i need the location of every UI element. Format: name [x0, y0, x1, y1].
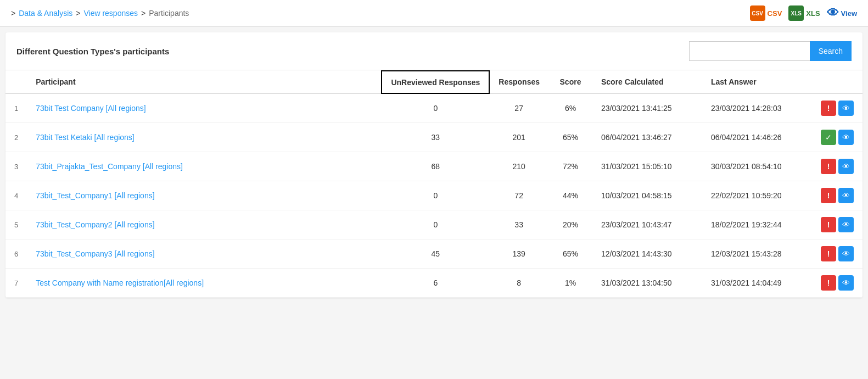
breadcrumb-separator-3: > [141, 9, 145, 18]
main-content: Different Question Types's participants … [5, 32, 863, 298]
view-button[interactable]: 👁 View [827, 6, 857, 20]
responses-count: 8 [489, 269, 548, 298]
row-number: 2 [5, 123, 27, 152]
responses-count: 139 [489, 239, 548, 269]
row-number: 7 [5, 269, 27, 298]
alert-button[interactable]: ! [821, 188, 836, 203]
score-calculated-date: 06/04/2021 13:46:27 [592, 123, 702, 152]
row-actions: !👁 [812, 152, 863, 181]
search-button[interactable]: Search [810, 41, 852, 61]
alert-button[interactable]: ! [821, 101, 836, 116]
unreviewed-responses: 0 [382, 181, 489, 210]
row-actions: !👁 [812, 93, 863, 123]
participants-table: Participant UnReviewed Responses Respons… [5, 70, 863, 298]
participant-name[interactable]: 73bit Test Ketaki [All regions] [27, 123, 382, 152]
row-actions: !👁 [812, 269, 863, 298]
row-number: 4 [5, 181, 27, 210]
row-actions: !👁 [812, 210, 863, 239]
table-row: 273bit Test Ketaki [All regions]3320165%… [5, 123, 863, 152]
view-response-button[interactable]: 👁 [838, 101, 854, 116]
content-header: Different Question Types's participants … [5, 32, 863, 70]
table-row: 7Test Company with Name registration[All… [5, 269, 863, 298]
score-calculated-date: 10/03/2021 04:58:15 [592, 181, 702, 210]
breadcrumb-view-responses[interactable]: View responses [83, 9, 138, 18]
participant-name[interactable]: Test Company with Name registration[All … [27, 269, 382, 298]
participant-name[interactable]: 73bit_Prajakta_Test_Company [All regions… [27, 152, 382, 181]
row-actions: ✓👁 [812, 123, 863, 152]
alert-button[interactable]: ! [821, 246, 836, 261]
unreviewed-responses: 0 [382, 93, 489, 123]
xls-label: XLS [806, 9, 820, 18]
responses-count: 27 [489, 93, 548, 123]
score-value: 1% [548, 269, 592, 298]
search-area: Search [689, 41, 852, 61]
alert-button[interactable]: ! [821, 159, 836, 174]
table-row: 473bit_Test_Company1 [All regions]07244%… [5, 181, 863, 210]
score-calculated-date: 12/03/2021 14:43:30 [592, 239, 702, 269]
view-response-button[interactable]: 👁 [838, 246, 854, 261]
row-number: 3 [5, 152, 27, 181]
view-response-button[interactable]: 👁 [838, 217, 854, 232]
csv-download-button[interactable]: CSV CSV [750, 5, 782, 21]
xls-download-button[interactable]: XLS XLS [788, 5, 820, 21]
breadcrumb-area: > Data & Analysis > View responses > Par… [11, 9, 189, 18]
row-actions: !👁 [812, 181, 863, 210]
check-button[interactable]: ✓ [821, 130, 836, 145]
score-value: 65% [548, 239, 592, 269]
score-calculated-date: 23/03/2021 10:43:47 [592, 210, 702, 239]
participant-name[interactable]: 73bit Test Company [All regions] [27, 93, 382, 123]
participant-name[interactable]: 73bit_Test_Company3 [All regions] [27, 239, 382, 269]
last-answer-date: 22/02/2021 10:59:20 [702, 181, 812, 210]
responses-count: 33 [489, 210, 548, 239]
table-header-row: Participant UnReviewed Responses Respons… [5, 71, 863, 93]
table-row: 573bit_Test_Company2 [All regions]03320%… [5, 210, 863, 239]
score-value: 72% [548, 152, 592, 181]
page-title: Different Question Types's participants [16, 47, 169, 56]
score-value: 44% [548, 181, 592, 210]
row-actions: !👁 [812, 239, 863, 269]
col-header-unreviewed: UnReviewed Responses [382, 71, 489, 93]
view-response-button[interactable]: 👁 [838, 159, 854, 174]
score-value: 65% [548, 123, 592, 152]
breadcrumb: > Data & Analysis > View responses > Par… [11, 9, 189, 18]
last-answer-date: 12/03/2021 15:43:28 [702, 239, 812, 269]
row-number: 1 [5, 93, 27, 123]
col-header-actions [812, 71, 863, 93]
last-answer-date: 30/03/2021 08:54:10 [702, 152, 812, 181]
col-header-last-answer: Last Answer [702, 71, 812, 93]
responses-count: 210 [489, 152, 548, 181]
breadcrumb-data-analysis[interactable]: Data & Analysis [19, 9, 72, 18]
table-row: 373bit_Prajakta_Test_Company [All region… [5, 152, 863, 181]
unreviewed-responses: 33 [382, 123, 489, 152]
view-response-button[interactable]: 👁 [838, 275, 854, 291]
col-header-score: Score [548, 71, 592, 93]
view-response-button[interactable]: 👁 [838, 188, 854, 203]
view-response-button[interactable]: 👁 [838, 130, 854, 145]
table-row: 173bit Test Company [All regions]0276%23… [5, 93, 863, 123]
col-header-num [5, 71, 27, 93]
responses-count: 72 [489, 181, 548, 210]
row-number: 5 [5, 210, 27, 239]
top-bar: > Data & Analysis > View responses > Par… [0, 0, 868, 27]
view-label: View [841, 9, 857, 18]
participant-name[interactable]: 73bit_Test_Company1 [All regions] [27, 181, 382, 210]
breadcrumb-separator-1: > [11, 9, 15, 18]
alert-button[interactable]: ! [821, 217, 836, 232]
csv-icon: CSV [750, 5, 765, 21]
top-actions: CSV CSV XLS XLS 👁 View [750, 5, 857, 21]
alert-button[interactable]: ! [821, 275, 836, 291]
participant-name[interactable]: 73bit_Test_Company2 [All regions] [27, 210, 382, 239]
search-input[interactable] [689, 41, 810, 61]
unreviewed-responses: 45 [382, 239, 489, 269]
breadcrumb-current: Participants [149, 9, 189, 18]
col-header-responses: Responses [489, 71, 548, 93]
score-calculated-date: 31/03/2021 13:04:50 [592, 269, 702, 298]
unreviewed-responses: 6 [382, 269, 489, 298]
unreviewed-responses: 0 [382, 210, 489, 239]
xls-icon: XLS [788, 5, 804, 21]
csv-label: CSV [768, 9, 782, 18]
last-answer-date: 18/02/2021 19:32:44 [702, 210, 812, 239]
breadcrumb-separator-2: > [76, 9, 80, 18]
score-value: 20% [548, 210, 592, 239]
last-answer-date: 31/03/2021 14:04:49 [702, 269, 812, 298]
